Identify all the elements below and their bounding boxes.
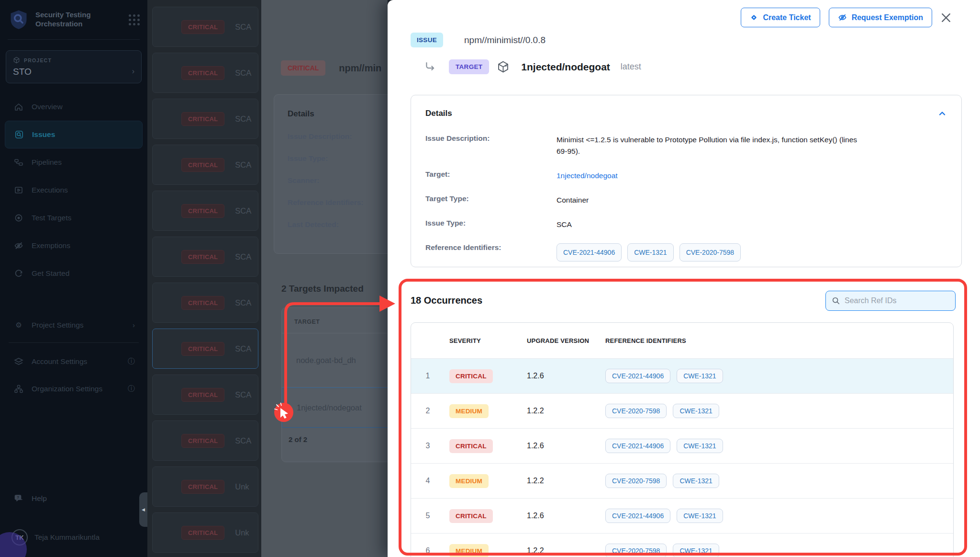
svg-text:?: ?	[17, 495, 19, 500]
reference-id-chip[interactable]: CWE-1321	[673, 474, 719, 488]
sidebar-item-exemptions[interactable]: Exemptions	[5, 232, 143, 260]
sidebar-item-label: Help	[32, 494, 47, 503]
issue-list-row[interactable]: CRITICAL SCA	[152, 237, 258, 277]
issue-list-row[interactable]: CRITICAL SCA	[152, 99, 258, 139]
reference-identifiers: CVE-2020-7598CWE-1321	[605, 544, 725, 557]
target-column-header: TARGET	[282, 308, 388, 333]
reference-id-chip[interactable]: CVE-2021-44906	[605, 369, 670, 383]
create-ticket-label: Create Ticket	[763, 13, 811, 22]
targets-impacted-heading: 2 Targets Impacted	[281, 284, 364, 294]
module-grid-icon[interactable]	[129, 14, 140, 25]
occurrence-row[interactable]: 6 MEDIUM 1.2.2 CVE-2020-7598CWE-1321	[411, 533, 953, 557]
occurrence-row[interactable]: 5 CRITICAL 1.2.6 CVE-2021-44906CWE-1321	[411, 498, 953, 533]
upgrade-version: 1.2.6	[527, 442, 605, 450]
request-exemption-label: Request Exemption	[852, 13, 923, 22]
target-row[interactable]: node.goat-bd_dh	[282, 333, 388, 387]
target-icon	[13, 213, 24, 223]
issue-list-row[interactable]: CRITICAL SCA	[152, 329, 258, 369]
sidebar-item-pipelines[interactable]: Pipelines	[5, 148, 143, 176]
issues-icon	[14, 129, 24, 140]
reference-id-chip[interactable]: CVE-2020-7598	[605, 474, 667, 488]
sidebar: Security Testing Orchestration PROJECT S…	[0, 0, 147, 557]
detail-row: Issue Type: SCA	[425, 219, 947, 230]
reference-id-chip[interactable]: CWE-1321	[627, 243, 673, 261]
sidebar-header: Security Testing Orchestration	[0, 0, 147, 38]
issue-list-row[interactable]: CRITICAL SCA	[152, 7, 258, 47]
reference-id-chip[interactable]: CWE-1321	[673, 544, 719, 557]
issues-list-background: CRITICAL SCA CRITICAL SCA CRITICAL SCA C…	[147, 0, 261, 557]
occurrence-row[interactable]: 1 CRITICAL 1.2.6 CVE-2021-44906CWE-1321	[411, 358, 953, 393]
target-row[interactable]: 1njected/nodegoat	[282, 387, 388, 428]
project-selector[interactable]: PROJECT STO ›	[6, 50, 142, 83]
eye-off-icon	[13, 240, 24, 251]
diamond-icon	[750, 13, 758, 22]
sidebar-divider	[8, 39, 140, 40]
reference-identifiers: CVE-2020-7598CWE-1321	[605, 404, 725, 418]
sidebar-item-account-settings[interactable]: Account Settings ⓘ	[5, 348, 143, 375]
sidebar-item-test-targets[interactable]: Test Targets	[5, 204, 143, 232]
occurrence-row[interactable]: 4 MEDIUM 1.2.2 CVE-2020-7598CWE-1321	[411, 463, 953, 498]
sidebar-item-label: Account Settings	[32, 357, 87, 366]
project-name: STO	[13, 67, 134, 77]
reference-id-chip[interactable]: CVE-2021-44906	[605, 509, 670, 523]
detail-value: CVE-2021-44906CWE-1321CVE-2020-7598	[557, 243, 746, 261]
occurrences-heading: 18 Occurrences	[411, 295, 482, 306]
target-type-badge: TARGET	[449, 59, 489, 74]
request-exemption-button[interactable]: Request Exemption	[829, 8, 932, 27]
issue-list-row[interactable]: CRITICAL SCA	[152, 375, 258, 415]
reference-id-chip[interactable]: CVE-2021-44906	[605, 439, 670, 453]
sidebar-item-overview[interactable]: Overview	[5, 93, 143, 121]
issue-list-row[interactable]: CRITICAL SCA	[152, 283, 258, 323]
modal-actions: Create Ticket Request Exemption	[741, 8, 932, 27]
issue-type-label: SCA	[235, 114, 255, 124]
sidebar-item-executions[interactable]: Executions	[5, 176, 143, 204]
occurrence-row[interactable]: 3 CRITICAL 1.2.6 CVE-2021-44906CWE-1321	[411, 428, 953, 463]
reference-id-chip[interactable]: CVE-2020-7598	[605, 404, 667, 418]
occurrence-index: 1	[411, 372, 445, 380]
sidebar-item-label: Exemptions	[32, 241, 70, 250]
reference-id-chip[interactable]: CVE-2020-7598	[605, 544, 667, 557]
reference-id-chip[interactable]: CVE-2021-44906	[557, 243, 622, 261]
issue-list-row[interactable]: CRITICAL SCA	[152, 53, 258, 93]
issue-list-row[interactable]: CRITICAL SCA	[152, 191, 258, 231]
occurrence-index: 2	[411, 407, 445, 415]
issue-list-row[interactable]: CRITICAL Unk	[152, 466, 258, 507]
reference-id-chip[interactable]: CWE-1321	[673, 404, 719, 418]
sidebar-nav: Overview Issues Pipelines Executions Tes…	[0, 93, 147, 287]
details-heading: Details	[425, 109, 452, 118]
severity-badge: CRITICAL	[181, 388, 224, 402]
reference-id-chip[interactable]: CWE-1321	[677, 439, 723, 453]
issue-list-row[interactable]: CRITICAL SCA	[152, 145, 258, 185]
search-refids-input[interactable]	[845, 296, 949, 305]
chevron-up-icon[interactable]	[937, 109, 947, 118]
package-icon	[497, 60, 510, 73]
reference-identifiers: CVE-2021-44906CWE-1321	[605, 439, 729, 453]
sidebar-item-issues[interactable]: Issues	[5, 121, 143, 148]
targets-impacted-card: TARGET node.goat-bd_dh1njected/nodegoat …	[281, 307, 388, 462]
sidebar-item-help[interactable]: ? Help	[5, 489, 143, 508]
create-ticket-button[interactable]: Create Ticket	[741, 8, 820, 27]
sidebar-divider	[9, 342, 139, 343]
occurrence-row[interactable]: 2 MEDIUM 1.2.2 CVE-2020-7598CWE-1321	[411, 393, 953, 428]
reference-id-chip[interactable]: CWE-1321	[677, 369, 723, 383]
reference-id-chip[interactable]: CWE-1321	[677, 509, 723, 523]
chevron-right-icon: ›	[132, 67, 134, 76]
target-link[interactable]: 1njected/nodegoat	[557, 170, 618, 182]
sidebar-item-label: Overview	[32, 102, 63, 111]
detail-field-label: Issue Description:	[288, 132, 388, 141]
close-icon[interactable]	[940, 11, 952, 24]
sidebar-item-project-settings[interactable]: ⚙ Project Settings ›	[5, 311, 143, 339]
issue-list-row[interactable]: CRITICAL Unk	[152, 512, 258, 553]
reference-id-chip[interactable]: CVE-2020-7598	[679, 243, 741, 261]
sidebar-item-organization-settings[interactable]: Organization Settings ⓘ	[5, 375, 143, 402]
severity-badge: MEDIUM	[449, 404, 489, 418]
detail-value: Minimist <=1.2.5 is vulnerable to Protot…	[557, 134, 858, 157]
detail-row: Reference Identifiers: CVE-2021-44906CWE…	[425, 243, 947, 261]
detail-field-label: Scanner:	[288, 176, 388, 185]
sidebar-item-get-started[interactable]: Get Started	[5, 260, 143, 287]
occurrence-index: 6	[411, 546, 445, 555]
issue-list-row[interactable]: CRITICAL SCA	[152, 421, 258, 461]
table-column-header: SEVERITY	[445, 337, 527, 344]
sidebar-item-label: Organization Settings	[32, 385, 102, 393]
sidebar-collapse-toggle[interactable]: ◀	[139, 492, 147, 527]
